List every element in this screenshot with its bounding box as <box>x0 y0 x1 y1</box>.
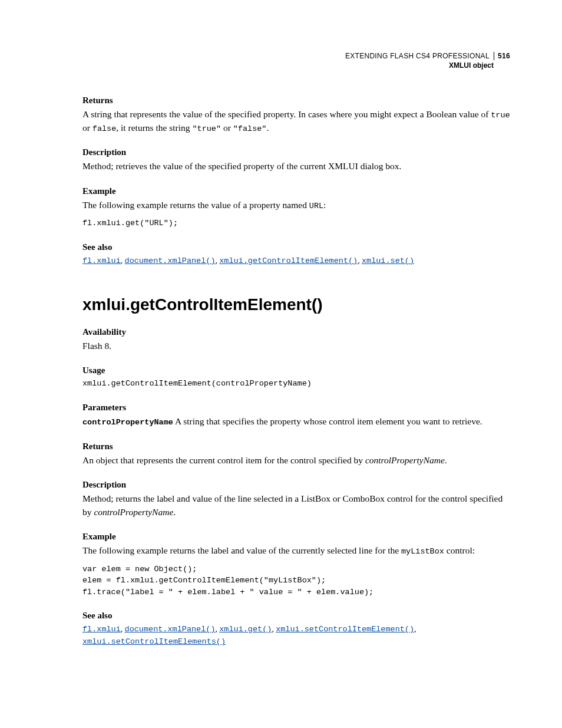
returns-heading: Returns <box>82 95 510 106</box>
see-also-heading: See also <box>82 242 510 252</box>
returns-heading-2: Returns <box>82 442 510 452</box>
parameters-heading: Parameters <box>82 403 510 413</box>
text: or <box>82 123 92 133</box>
see-also-links: fl.xmlui, document.xmlPanel(), xmlui.get… <box>82 255 510 267</box>
usage-heading: Usage <box>82 365 510 375</box>
availability-text: Flash 8. <box>82 340 510 353</box>
italic-term: controlPropertyName <box>365 455 445 465</box>
code-inline: URL <box>309 202 323 210</box>
text: or <box>221 123 233 133</box>
text: . <box>445 455 447 465</box>
code-inline: myListBox <box>401 547 444 556</box>
link-document-xmlpanel[interactable]: document.xmlPanel() <box>125 625 216 634</box>
text: . <box>266 123 269 133</box>
text: , it returns the string <box>116 123 192 133</box>
page-content: EXTENDING FLASH CS4 PROFESSIONAL 516 XML… <box>0 0 562 648</box>
separator: , <box>121 624 125 633</box>
header-line-1: EXTENDING FLASH CS4 PROFESSIONAL 516 <box>82 52 510 60</box>
link-xmlui-setcontrolitemelement[interactable]: xmlui.setControlItemElement() <box>276 625 414 634</box>
code-inline: "false" <box>233 124 267 133</box>
link-xmlui-setcontrolitemelements[interactable]: xmlui.setControlItemElements() <box>82 637 226 646</box>
italic-term: controlPropertyName <box>94 507 173 517</box>
param-name: controlPropertyName <box>82 418 173 427</box>
separator: , <box>121 256 125 265</box>
link-xmlui-getcontrolitemelement[interactable]: xmlui.getControlItemElement() <box>219 256 358 265</box>
link-fl-xmlui[interactable]: fl.xmlui <box>82 625 121 634</box>
text: . <box>173 507 176 517</box>
code-inline: "true" <box>192 124 221 133</box>
link-xmlui-get[interactable]: xmlui.get() <box>219 625 272 634</box>
example-code: fl.xmlui.get("URL"); <box>82 218 510 229</box>
example-intro-2: The following example returns the label … <box>82 544 510 558</box>
description-paragraph: Method; retrieves the value of the speci… <box>82 160 510 173</box>
example-heading: Example <box>82 186 510 196</box>
separator: , <box>414 624 416 633</box>
parameter-line: controlPropertyName A string that specif… <box>82 415 510 429</box>
description-paragraph-2: Method; returns the label and value of t… <box>82 492 510 519</box>
description-heading-2: Description <box>82 480 510 490</box>
example-intro: The following example returns the value … <box>82 199 510 212</box>
doc-title: EXTENDING FLASH CS4 PROFESSIONAL <box>345 52 490 60</box>
text: The following example returns the label … <box>82 545 401 555</box>
returns-paragraph-2: An object that represents the current co… <box>82 454 510 467</box>
text: : <box>323 200 326 210</box>
page-number: 516 <box>494 52 510 60</box>
text: A string that represents the value of th… <box>82 109 491 119</box>
method-heading: xmlui.getControlItemElement() <box>82 295 510 314</box>
example-heading-2: Example <box>82 532 510 542</box>
param-description: A string that specifies the property who… <box>173 416 482 426</box>
link-fl-xmlui[interactable]: fl.xmlui <box>82 256 121 265</box>
code-inline: true <box>491 111 510 120</box>
see-also-links-2: fl.xmlui, document.xmlPanel(), xmlui.get… <box>82 623 510 648</box>
text: control: <box>444 545 475 555</box>
link-xmlui-set[interactable]: xmlui.set() <box>362 256 414 265</box>
text: An object that represents the current co… <box>82 455 365 465</box>
running-header: EXTENDING FLASH CS4 PROFESSIONAL 516 XML… <box>82 52 510 70</box>
code-inline: false <box>92 124 117 133</box>
returns-paragraph: A string that represents the value of th… <box>82 108 510 134</box>
link-document-xmlpanel[interactable]: document.xmlPanel() <box>125 256 216 265</box>
usage-code: xmlui.getControlItemElement(controlPrope… <box>82 378 510 390</box>
separator: , <box>358 256 362 265</box>
see-also-heading-2: See also <box>82 611 510 621</box>
text: The following example returns the value … <box>82 200 309 210</box>
example-code-2: var elem = new Object(); elem = fl.xmlui… <box>82 564 510 598</box>
availability-heading: Availability <box>82 327 510 337</box>
description-heading: Description <box>82 147 510 157</box>
header-subtitle: XMLUI object <box>82 61 510 70</box>
